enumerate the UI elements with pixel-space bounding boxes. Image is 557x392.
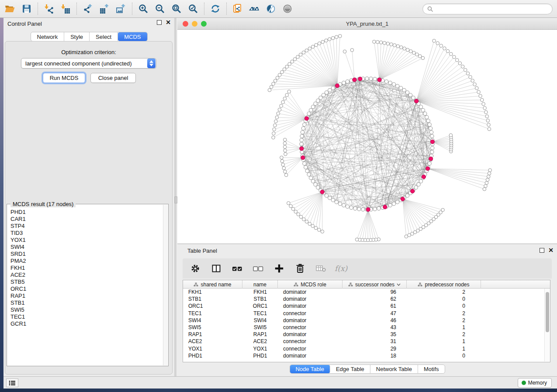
mcds-result-box: MCDS result (17 nodes) PHD1CAR1STP4TID3Y… [7,204,169,366]
table-row[interactable]: RAP1RAP1dominator352 [183,331,544,338]
list-item[interactable]: PMA2 [10,258,163,265]
close-panel-button[interactable]: Close panel [90,73,136,83]
add-button[interactable] [272,261,287,276]
table-scrollbar-thumb[interactable] [546,292,549,332]
table-cell: 2 [401,331,471,337]
float-panel-icon[interactable] [157,20,162,25]
formula-button[interactable]: f(x) [335,261,347,276]
list-item[interactable]: ACE2 [10,272,163,279]
tab-network[interactable]: Network [31,32,64,41]
export-table-button[interactable] [96,1,113,17]
table-row[interactable]: ORC1ORC1dominator610 [183,303,544,309]
open-file-button[interactable] [2,1,18,17]
select-all-button[interactable] [230,261,245,276]
zoom-out-button[interactable] [152,1,168,17]
tab-network-table[interactable]: Network Table [370,365,418,373]
optimization-criterion-dropdown[interactable]: largest connected component (undirected) [21,58,156,69]
network-canvas[interactable] [177,30,557,244]
memory-label: Memory [528,380,547,386]
gear-button[interactable] [188,261,203,276]
tab-mcds[interactable]: MCDS [118,32,147,41]
list-item[interactable]: PHD1 [10,209,163,216]
search-network-button[interactable] [246,1,263,17]
zoom-in-button[interactable] [135,1,152,17]
result-scrollbar[interactable] [163,205,168,365]
list-item[interactable]: FKH1 [10,265,163,272]
column-header-predecessor-nodes[interactable]: predecessor nodes [407,280,481,289]
column-label: name [253,282,266,288]
deselect-all-button[interactable] [251,261,266,276]
show-hide-button[interactable] [279,1,296,17]
columns-icon [211,263,221,274]
run-mcds-button[interactable]: Run MCDS [43,73,85,83]
memory-button[interactable]: Memory [518,378,552,388]
gradient-mapping-button[interactable] [263,1,279,17]
export-network-button[interactable] [80,1,96,17]
list-item[interactable]: SRD1 [10,251,163,258]
node-table: shared namenameMCDS rolesuccessor nodesp… [183,280,550,362]
zoom-out-icon [155,3,165,14]
desktop-wallpaper-bottom [0,389,557,392]
table-cell: STB1 [242,296,278,302]
table-cell: connector [278,338,343,344]
columns-button[interactable] [209,261,224,276]
table-cell: 0 [401,296,471,302]
hierarchy-icon [348,282,353,287]
table-row[interactable]: FKH1FKH1dominator962 [183,289,544,296]
task-list-icon [9,380,16,386]
table-row[interactable]: SWI4SWI4dominator462 [183,317,544,324]
tab-select[interactable]: Select [90,32,118,41]
table-row[interactable]: PHD1PHD1dominator180 [183,352,544,359]
column-header-mcds-role[interactable]: MCDS role [278,280,343,289]
delete-button[interactable] [293,261,308,276]
network-graph[interactable] [177,30,557,244]
table-row[interactable]: STB1STB1dominator620 [183,296,544,303]
column-header-shared-name[interactable]: shared name [183,280,242,289]
list-item[interactable]: STP4 [10,223,163,230]
table-cell: ACE2 [242,338,278,344]
table-cell: connector [278,310,343,316]
task-history-button[interactable] [6,378,18,387]
list-item[interactable]: STB5 [10,279,163,285]
list-item[interactable]: CAR1 [10,216,163,223]
import-network-icon [44,3,54,14]
tab-motifs[interactable]: Motifs [418,365,445,373]
float-table-panel-icon[interactable] [540,248,544,253]
list-item[interactable]: SWI4 [10,244,163,251]
mcds-result-list: PHD1CAR1STP4TID3YOX1SWI4SRD1PMA2FKH1ACE2… [10,209,163,365]
tab-edge-table[interactable]: Edge Table [330,365,370,373]
table-row[interactable]: SWI5SWI5connector431 [183,324,544,331]
close-table-panel-icon[interactable]: ✕ [548,248,554,253]
table-row[interactable]: YOX1YOX1connector291 [183,345,544,352]
list-item[interactable]: ORC1 [10,285,163,292]
list-item[interactable]: SWI5 [10,306,163,313]
export-image-button[interactable] [113,1,129,17]
table-row[interactable]: TEC1TEC1connector472 [183,310,544,317]
search-box[interactable] [422,3,553,14]
table-row[interactable]: ACE2ACE2connector311 [183,338,544,345]
tab-node-table[interactable]: Node Table [290,365,330,373]
list-item[interactable]: STB1 [10,299,163,306]
import-table-button[interactable] [57,1,74,17]
close-panel-icon[interactable]: ✕ [166,20,171,25]
list-item[interactable]: RAP1 [10,292,163,299]
network-window-titlebar[interactable]: YPA_prune.txt_1 [177,18,557,30]
list-item[interactable]: YOX1 [10,237,163,244]
network-document-button[interactable] [229,1,246,17]
list-item[interactable]: GCR1 [10,320,163,327]
column-header-filler [481,280,550,289]
search-input[interactable] [436,6,548,12]
list-item[interactable]: TID3 [10,230,163,237]
import-network-button[interactable] [41,1,57,17]
column-header-successor-nodes[interactable]: successor nodes [343,280,407,289]
zoom-selected-button[interactable] [185,1,201,17]
list-item[interactable]: TEC1 [10,313,163,320]
column-header-name[interactable]: name [242,280,278,289]
delete-table-button[interactable] [314,261,329,276]
save-button[interactable] [18,1,35,17]
tab-style[interactable]: Style [64,32,90,41]
table-scrollbar[interactable] [544,289,550,361]
refresh-button[interactable] [207,1,224,17]
table-cell: 47 [343,310,401,316]
zoom-fit-button[interactable] [168,1,185,17]
